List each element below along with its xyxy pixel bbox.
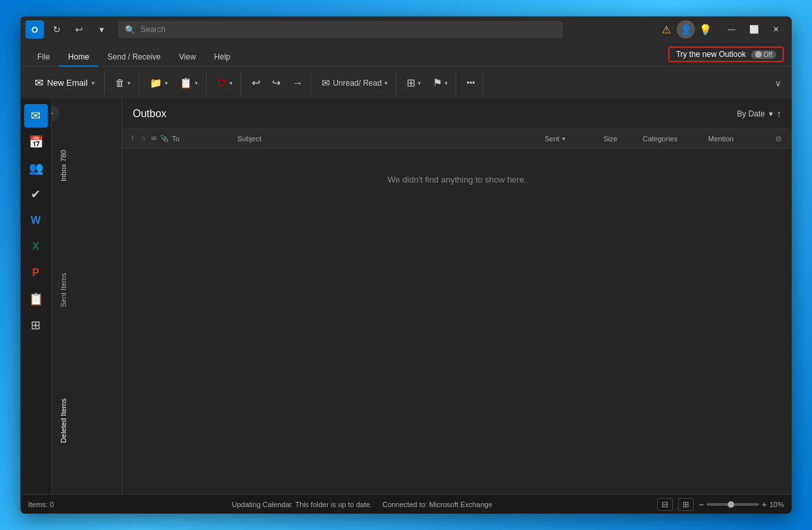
shield-button[interactable]: 🛡 ▾ xyxy=(212,71,238,95)
redo-action-button[interactable]: ↪ xyxy=(267,71,286,95)
more-icon: ••• xyxy=(467,79,475,88)
avatar[interactable]: 👤 xyxy=(677,20,695,39)
new-email-button[interactable]: ✉ New Email ▾ xyxy=(28,71,101,95)
normal-view-button[interactable]: ⊟ xyxy=(657,498,673,511)
email-list: We didn't find anything to show here. xyxy=(122,149,792,494)
col-header-subject[interactable]: Subject xyxy=(235,135,542,143)
col-header-to[interactable]: To xyxy=(169,135,235,143)
tab-view[interactable]: View xyxy=(170,48,205,67)
folder-item-inbox[interactable]: Inbox 780 xyxy=(57,145,70,186)
tab-file[interactable]: File xyxy=(28,48,59,67)
shield-dropdown[interactable]: ▾ xyxy=(229,80,233,86)
undo-button[interactable]: ↩ xyxy=(70,20,88,39)
title-bar-left: O ↻ ↩ ▾ xyxy=(25,20,110,39)
zoom-plus-button[interactable]: + xyxy=(762,499,767,510)
move-dropdown[interactable]: ▾ xyxy=(165,80,168,86)
quick-access-dropdown[interactable]: ▾ xyxy=(92,20,110,39)
folder-item-sent[interactable]: Sent Items xyxy=(57,268,70,313)
sidebar-item-calendar[interactable]: 📅 xyxy=(24,130,48,154)
flag-view-button[interactable]: ⚑ ▾ xyxy=(428,71,453,95)
tab-home[interactable]: Home xyxy=(59,48,98,67)
lightbulb-icon[interactable]: 💡 xyxy=(698,22,713,37)
col-header-mention[interactable]: Mention xyxy=(705,135,771,143)
sidebar-item-apps[interactable]: ⊞ xyxy=(24,313,48,337)
connected-status: Connected to: Microsoft Exchange xyxy=(382,501,492,508)
status-right: ⊟ ⊞ − + 10% xyxy=(657,498,784,511)
sidebar-item-word[interactable]: W xyxy=(24,209,48,232)
updating-status: Updating Calendar. This folder is up to … xyxy=(232,501,372,508)
undo-action-icon: ↩ xyxy=(252,77,260,89)
search-icon: 🔍 xyxy=(125,25,135,35)
status-bar: Items: 0 Updating Calendar. This folder … xyxy=(20,494,792,514)
unread-read-button[interactable]: ✉ Unread/ Read ▾ xyxy=(316,71,393,95)
sidebar-item-tasks[interactable]: ✔ xyxy=(24,183,48,206)
more-group: ••• xyxy=(459,71,484,95)
col-envelope: ✉ xyxy=(148,135,159,142)
delete-button[interactable]: 🗑 ▾ xyxy=(110,71,136,95)
delete-icon: 🗑 xyxy=(115,77,125,88)
move-icon: 📁 xyxy=(150,77,162,89)
zoom-minus-button[interactable]: − xyxy=(699,499,704,510)
zoom-bar: − + 10% xyxy=(699,499,784,510)
toolbar: ✉ New Email ▾ 🗑 ▾ 📁 ▾ 📋 ▾ 🛡 xyxy=(20,66,792,99)
sidebar-item-excel[interactable]: X xyxy=(24,235,48,258)
outbox-header: Outbox By Date ▾ ↑ xyxy=(122,99,792,129)
delete-group: 🗑 ▾ xyxy=(107,71,139,95)
restore-button[interactable]: ⬜ xyxy=(743,20,764,39)
col-header-categories[interactable]: Categories xyxy=(640,135,705,143)
status-center: Updating Calendar. This folder is up to … xyxy=(78,501,647,508)
search-bar[interactable]: 🔍 Search xyxy=(118,21,563,38)
sidebar-item-people[interactable]: 👥 xyxy=(24,156,48,180)
col-header-sent[interactable]: Sent ▾ xyxy=(542,135,601,143)
empty-message: We didn't find anything to show here. xyxy=(122,149,792,211)
flag-dropdown[interactable]: ▾ xyxy=(445,80,448,86)
refresh-button[interactable]: ↻ xyxy=(48,20,66,39)
close-button[interactable]: ✕ xyxy=(766,20,787,39)
tab-send-receive[interactable]: Send / Receive xyxy=(98,48,169,67)
sidebar-item-clipboard[interactable]: 📋 xyxy=(24,287,48,311)
zoom-slider[interactable] xyxy=(707,503,759,506)
app-sidebar: ✉ 📅 👥 ✔ W X P 📋 ⊞ xyxy=(20,99,52,494)
grid-dropdown[interactable]: ▾ xyxy=(418,80,421,86)
sort-direction-icon[interactable]: ↑ xyxy=(777,109,781,119)
new-email-group: ✉ New Email ▾ xyxy=(25,71,105,95)
toggle-circle xyxy=(755,51,762,58)
sort-by-date-button[interactable]: By Date ▾ ↑ xyxy=(737,109,781,119)
col-paperclip: 📎 xyxy=(159,135,169,142)
sidebar-item-powerpoint[interactable]: P xyxy=(24,261,48,285)
sidebar-item-mail[interactable]: ✉ xyxy=(24,104,48,128)
window-controls: — ⬜ ✕ xyxy=(721,20,787,39)
copy-button[interactable]: 📋 ▾ xyxy=(175,71,203,95)
folder-list-inner: Inbox 780 Sent Items Deleted Items xyxy=(52,99,122,494)
reading-view-button[interactable]: ⊞ xyxy=(678,498,694,511)
flag-icon: ⚑ xyxy=(433,77,442,89)
toggle-switch[interactable]: Off xyxy=(751,50,776,59)
undo-group: ↩ ↪ → xyxy=(244,71,311,95)
unread-dropdown[interactable]: ▾ xyxy=(384,80,388,86)
outlook-app-icon: O xyxy=(25,20,44,39)
folder-list: › Inbox 780 Sent Items Deleted Items xyxy=(52,99,122,494)
move-button[interactable]: 📁 ▾ xyxy=(144,71,173,95)
grid-view-button[interactable]: ⊞ ▾ xyxy=(401,71,426,95)
toggle-label: Off xyxy=(764,51,772,58)
col-star: ☆ xyxy=(138,135,148,142)
more-button[interactable]: ••• xyxy=(462,71,481,95)
undo-action-button[interactable]: ↩ xyxy=(246,71,265,95)
col-header-size[interactable]: Size xyxy=(601,135,640,143)
minimize-button[interactable]: — xyxy=(721,20,742,39)
content-area: Outbox By Date ▾ ↑ ! ☆ ✉ 📎 To Subject Se… xyxy=(122,99,792,494)
grid-icon: ⊞ xyxy=(407,77,415,89)
new-email-dropdown-arrow[interactable]: ▾ xyxy=(92,80,95,86)
try-new-outlook-banner[interactable]: Try the new Outlook Off xyxy=(668,46,784,62)
filter-icon[interactable]: ⊘ xyxy=(771,134,787,143)
folder-item-deleted[interactable]: Deleted Items xyxy=(57,393,70,448)
tab-help[interactable]: Help xyxy=(205,48,240,67)
forward-button[interactable]: → xyxy=(287,71,308,95)
warning-icon[interactable]: ⚠ xyxy=(658,22,674,37)
copy-icon: 📋 xyxy=(180,77,192,89)
junk-group: 🛡 ▾ xyxy=(209,71,241,95)
try-new-outlook-label: Try the new Outlook xyxy=(676,50,746,59)
toolbar-expand-button[interactable]: ∨ xyxy=(770,75,787,91)
copy-dropdown[interactable]: ▾ xyxy=(195,80,198,86)
delete-dropdown[interactable]: ▾ xyxy=(127,80,131,86)
